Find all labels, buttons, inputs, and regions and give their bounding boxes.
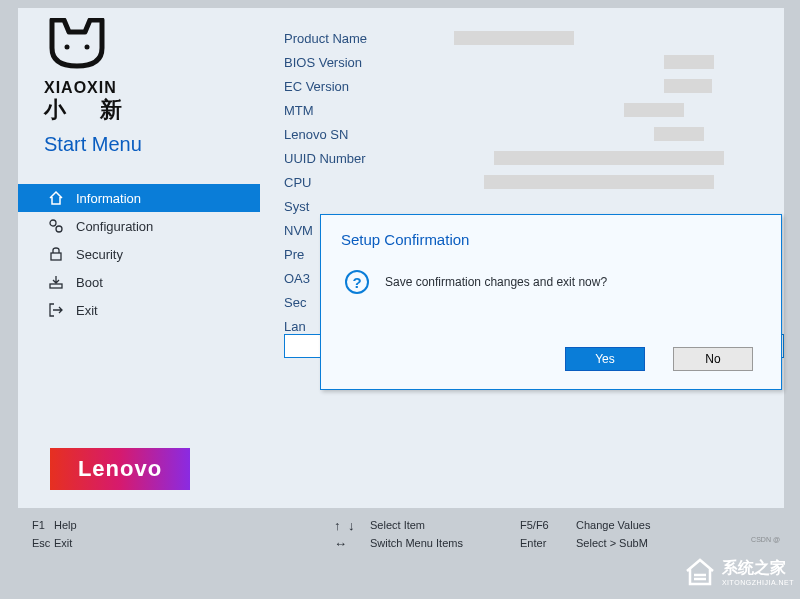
help-key: Enter — [520, 537, 576, 549]
dialog-body: ? Save confirmation changes and exit now… — [321, 248, 781, 294]
watermark: 系统之家 XITONGZHIJIA.NET — [684, 557, 794, 587]
field-value — [494, 151, 724, 165]
field-row: UUID Number — [284, 146, 784, 170]
svg-point-3 — [56, 226, 62, 232]
lenovo-badge: Lenovo — [50, 448, 190, 490]
field-label: EC Version — [284, 79, 454, 94]
svg-point-1 — [85, 45, 90, 50]
field-row: Lenovo SN — [284, 122, 784, 146]
brand-chinese: 小 新 — [44, 95, 260, 125]
watermark-brand: 系统之家 — [722, 558, 794, 579]
menu-item-label: Configuration — [76, 219, 153, 234]
field-value — [484, 175, 714, 189]
sidebar: XIAOXIN 小 新 Start Menu Information Confi… — [18, 8, 260, 508]
help-bar: F1 Help ↑↓ Select Item F5/F6 Change Valu… — [18, 516, 784, 552]
field-value — [664, 55, 714, 69]
boot-icon — [48, 274, 64, 290]
home-icon — [48, 190, 64, 206]
svg-point-0 — [65, 45, 70, 50]
house-icon — [684, 557, 716, 587]
xiaoxin-cat-icon — [44, 18, 110, 73]
menu-item-information[interactable]: Information — [18, 184, 260, 212]
field-label: Lenovo SN — [284, 127, 454, 142]
field-value — [654, 127, 704, 141]
field-label: Syst — [284, 199, 454, 214]
no-button[interactable]: No — [673, 347, 753, 371]
watermark-url: XITONGZHIJIA.NET — [722, 579, 794, 586]
setup-confirmation-dialog: Setup Confirmation ? Save confirmation c… — [320, 214, 782, 390]
menu-item-label: Exit — [76, 303, 98, 318]
svg-rect-5 — [50, 284, 62, 288]
help-key: F1 — [18, 519, 54, 531]
field-label: Product Name — [284, 31, 454, 46]
yes-button[interactable]: Yes — [565, 347, 645, 371]
lock-icon — [48, 246, 64, 262]
help-label: Change Values — [576, 519, 650, 531]
bios-screen: XIAOXIN 小 新 Start Menu Information Confi… — [18, 8, 784, 508]
field-value — [624, 103, 684, 117]
menu-item-label: Security — [76, 247, 123, 262]
dialog-buttons: Yes No — [565, 347, 753, 371]
svg-point-2 — [50, 220, 56, 226]
exit-icon — [48, 302, 64, 318]
field-label: MTM — [284, 103, 454, 118]
help-label: Select Item — [370, 519, 520, 531]
help-label: Switch Menu Items — [370, 537, 520, 549]
menu-item-boot[interactable]: Boot — [18, 268, 260, 296]
help-key: Esc — [18, 537, 54, 549]
arrow-leftright-icon: ↔ — [334, 536, 370, 551]
arrow-updown-icon: ↑↓ — [334, 518, 370, 533]
question-icon: ? — [345, 270, 369, 294]
menu-item-exit[interactable]: Exit — [18, 296, 260, 324]
field-row: CPU — [284, 170, 784, 194]
help-label: Help — [54, 519, 334, 531]
dialog-message: Save confirmation changes and exit now? — [385, 275, 607, 289]
menu-item-security[interactable]: Security — [18, 240, 260, 268]
field-label: BIOS Version — [284, 55, 454, 70]
help-row: Esc Exit ↔ Switch Menu Items Enter Selec… — [18, 534, 784, 552]
help-row: F1 Help ↑↓ Select Item F5/F6 Change Valu… — [18, 516, 784, 534]
menu-item-label: Boot — [76, 275, 103, 290]
menu-item-label: Information — [76, 191, 141, 206]
field-label: UUID Number — [284, 151, 454, 166]
menu: Information Configuration Security Boot … — [18, 184, 260, 324]
help-label: Select > SubM — [576, 537, 648, 549]
help-label: Exit — [54, 537, 334, 549]
svg-rect-4 — [51, 253, 61, 260]
csdn-badge: CSDN @ — [751, 536, 780, 543]
brand-logo-block: XIAOXIN 小 新 — [18, 8, 260, 125]
field-row: Product Name — [284, 26, 784, 50]
field-row: MTM — [284, 98, 784, 122]
start-menu-title: Start Menu — [44, 133, 260, 156]
menu-item-configuration[interactable]: Configuration — [18, 212, 260, 240]
dialog-title: Setup Confirmation — [321, 215, 781, 248]
field-label: CPU — [284, 175, 454, 190]
field-value — [454, 31, 574, 45]
field-row: BIOS Version — [284, 50, 784, 74]
config-icon — [48, 218, 64, 234]
field-value — [664, 79, 712, 93]
field-row: EC Version — [284, 74, 784, 98]
help-key: F5/F6 — [520, 519, 576, 531]
